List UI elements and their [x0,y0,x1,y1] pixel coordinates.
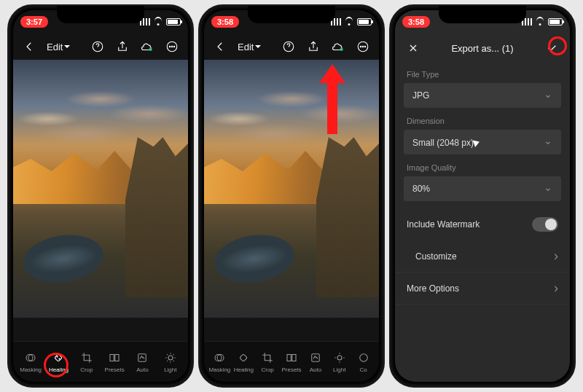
chevron-down-icon [544,183,552,195]
tool-light[interactable]: Light [328,348,351,376]
confirm-button[interactable] [544,40,560,56]
svg-rect-25 [292,354,296,361]
tool-color[interactable]: Co [352,348,375,376]
tool-label: Crop [261,366,273,373]
share-icon[interactable] [306,39,321,54]
svg-rect-12 [115,354,119,361]
phone-middle: 3:58 Edit Masking Healin [198,4,385,388]
tool-label: Masking [20,366,42,373]
svg-point-3 [169,46,171,47]
tool-auto[interactable]: Auto [129,348,155,376]
more-icon[interactable] [165,39,179,54]
cursor-icon [474,138,481,147]
wifi-icon [153,18,163,26]
tool-masking[interactable]: Masking [208,348,231,376]
quality-value: 80% [412,184,430,194]
wifi-icon [344,18,354,26]
wifi-icon [535,18,545,26]
chevron-right-icon [554,248,558,264]
quality-label: Image Quality [395,156,570,175]
battery-icon [166,18,181,26]
photo-canvas[interactable] [204,60,379,318]
svg-rect-13 [138,353,146,361]
battery-icon [357,18,372,26]
bottom-toolbar: Masking Healing Crop Presets Auto Light [13,341,188,382]
svg-point-18 [360,46,361,47]
tool-label: Masking [209,366,231,373]
svg-rect-24 [287,354,291,361]
time-pill: 3:57 [20,16,48,28]
file-type-value: JPG [412,90,429,101]
file-type-select[interactable]: JPG [404,83,561,108]
svg-point-9 [57,356,58,356]
tool-label: Auto [310,366,321,373]
tool-label: Light [333,366,345,373]
tool-healing[interactable]: Healing [45,348,71,376]
watermark-label: Include Watermark [407,219,480,230]
phone-left: 3:57 Edit Masking Healin [7,4,194,388]
tool-healing[interactable]: Healing [232,348,255,376]
time-pill: 3:58 [211,16,239,28]
svg-rect-8 [55,353,63,361]
cloud-sync-icon[interactable] [140,39,154,54]
more-options-row[interactable]: More Options [395,273,570,305]
battery-icon [548,18,563,26]
mode-dropdown[interactable]: Edit [47,42,70,52]
chevron-down-icon [544,90,552,101]
more-icon[interactable] [356,39,370,54]
tool-auto[interactable]: Auto [304,348,326,376]
dimension-label: Dimension [395,109,570,128]
notch [439,6,526,23]
svg-point-5 [173,46,175,47]
notch [57,6,144,23]
photo-canvas[interactable] [13,60,188,318]
tool-light[interactable]: Light [157,348,184,376]
file-type-label: File Type [395,63,570,82]
top-bar: Edit [13,34,188,60]
back-button[interactable] [213,39,227,54]
cloud-sync-icon[interactable] [331,39,345,54]
tool-label: Light [164,366,176,373]
tool-presets[interactable]: Presets [281,348,303,376]
dimension-value: Small (2048 px) [412,138,474,148]
svg-point-27 [337,356,342,360]
watermark-toggle[interactable] [532,217,558,232]
mode-dropdown[interactable]: Edit [238,42,261,52]
svg-point-1 [149,48,152,52]
back-button[interactable] [22,39,36,54]
dimension-select[interactable]: Small (2048 px) [404,130,561,154]
tool-crop[interactable]: Crop [74,348,100,376]
tool-label: Healing [49,366,69,373]
tool-label: Crop [80,366,93,373]
export-header: Export as... (1) [395,34,570,63]
svg-point-16 [340,48,343,52]
svg-rect-26 [312,353,320,361]
svg-point-19 [362,46,364,47]
phone-right: 3:58 Export as... (1) File Type JPG Dime… [389,4,576,388]
customize-label: Customize [415,251,457,262]
svg-point-28 [359,353,367,361]
export-title: Export as... (1) [451,43,513,54]
tool-presets[interactable]: Presets [101,348,128,376]
tool-label: Presets [281,366,301,373]
chevron-down-icon [544,136,552,148]
svg-point-14 [168,356,173,360]
quality-select[interactable]: 80% [404,176,561,201]
share-icon[interactable] [115,39,130,54]
chevron-right-icon [554,281,558,296]
tool-masking[interactable]: Masking [17,348,44,376]
tool-label: Auto [136,366,148,373]
help-icon[interactable] [90,39,105,54]
customize-row[interactable]: Customize [395,240,570,273]
help-icon[interactable] [281,39,296,54]
top-bar: Edit [204,34,379,60]
tool-label: Co [359,366,367,373]
tool-crop[interactable]: Crop [257,348,279,376]
svg-rect-23 [240,353,248,361]
watermark-row[interactable]: Include Watermark [395,208,570,240]
close-button[interactable] [405,40,421,56]
tool-label: Healing [234,366,254,373]
more-options-label: More Options [407,283,459,294]
svg-rect-11 [110,354,114,361]
svg-point-10 [59,358,60,358]
